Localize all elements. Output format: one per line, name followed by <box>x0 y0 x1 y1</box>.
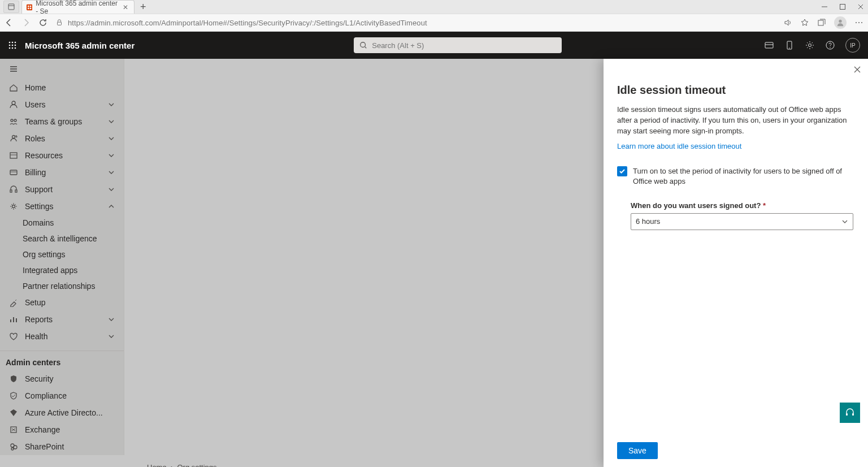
collections-icon[interactable] <box>817 18 826 27</box>
app-top-nav: Microsoft 365 admin center IP <box>0 32 868 59</box>
help-fab-button[interactable] <box>840 403 860 423</box>
settings-icon[interactable] <box>805 40 815 50</box>
svg-rect-3 <box>28 5 29 7</box>
headset-icon <box>845 408 855 418</box>
browser-back-button[interactable] <box>5 18 14 27</box>
modal-scrim[interactable] <box>0 59 604 467</box>
browser-profile-avatar[interactable] <box>834 16 847 29</box>
user-avatar[interactable]: IP <box>845 38 860 53</box>
svg-point-15 <box>858 22 860 23</box>
lock-icon <box>55 19 63 27</box>
tab-title: Microsoft 365 admin center - Se <box>36 0 118 15</box>
window-maximize-button[interactable] <box>839 3 847 11</box>
card-icon[interactable] <box>764 40 774 50</box>
window-minimize-button[interactable] <box>821 3 828 11</box>
favicon-icon <box>27 4 32 11</box>
read-aloud-icon[interactable] <box>783 18 792 27</box>
panel-description: Idle session timeout signs users automat… <box>617 105 854 137</box>
svg-rect-69 <box>852 413 854 416</box>
panel-learn-more-link[interactable]: Learn more about idle session timeout <box>617 142 741 150</box>
help-icon[interactable] <box>825 40 835 50</box>
new-tab-button[interactable]: + <box>137 1 150 13</box>
svg-point-22 <box>15 45 16 46</box>
tab-close-button[interactable]: ✕ <box>121 3 129 11</box>
main-stage: HomeUsersTeams & groupsRolesResourcesBil… <box>0 59 868 467</box>
mobile-icon[interactable] <box>784 40 795 50</box>
svg-rect-5 <box>28 7 29 9</box>
svg-rect-6 <box>30 7 32 9</box>
svg-point-19 <box>15 42 16 44</box>
svg-point-31 <box>789 47 790 49</box>
browser-chrome: Microsoft 365 admin center - Se ✕ + http… <box>0 0 868 32</box>
search-input[interactable] <box>372 41 556 50</box>
svg-rect-12 <box>818 20 823 25</box>
svg-point-13 <box>839 20 841 23</box>
svg-point-24 <box>12 47 14 49</box>
svg-rect-0 <box>8 4 14 10</box>
app-title[interactable]: Microsoft 365 admin center <box>25 41 134 50</box>
side-panel: Idle session timeout Idle session timeou… <box>604 59 868 467</box>
svg-point-26 <box>361 42 366 47</box>
signout-duration-select[interactable]: 6 hours <box>631 213 853 230</box>
save-button[interactable]: Save <box>617 442 658 459</box>
svg-point-16 <box>861 22 862 23</box>
checkbox-label: Turn on to set the period of inactivity … <box>633 166 854 187</box>
svg-point-18 <box>12 42 14 44</box>
browser-forward-button[interactable] <box>21 18 31 27</box>
favorites-icon[interactable] <box>800 18 809 27</box>
browser-menu-icon[interactable] <box>854 18 863 27</box>
chevron-down-icon <box>841 218 848 225</box>
svg-point-23 <box>9 47 11 49</box>
svg-rect-28 <box>765 42 773 48</box>
app-launcher-icon[interactable] <box>8 41 17 50</box>
svg-point-32 <box>809 44 811 47</box>
search-box[interactable] <box>354 37 562 53</box>
svg-line-27 <box>365 47 367 49</box>
svg-rect-11 <box>58 22 62 25</box>
svg-point-34 <box>830 47 830 47</box>
check-icon <box>619 168 626 175</box>
address-bar-url[interactable]: https://admin.microsoft.com/Adminportal/… <box>68 19 427 27</box>
browser-tab[interactable]: Microsoft 365 admin center - Se ✕ <box>21 0 134 14</box>
svg-rect-4 <box>30 5 32 7</box>
svg-rect-2 <box>27 4 32 10</box>
svg-point-20 <box>9 45 11 46</box>
signout-field-label: When do you want users signed out? * <box>631 201 854 210</box>
svg-point-14 <box>856 22 857 23</box>
tab-preview-icon[interactable] <box>3 1 19 13</box>
browser-refresh-button[interactable] <box>38 18 47 27</box>
svg-rect-68 <box>846 413 848 416</box>
window-close-button[interactable] <box>857 3 865 11</box>
svg-point-25 <box>15 47 16 49</box>
enable-timeout-checkbox[interactable] <box>617 166 627 176</box>
panel-title: Idle session timeout <box>617 84 854 97</box>
panel-close-button[interactable] <box>853 66 861 73</box>
svg-point-17 <box>9 42 11 44</box>
svg-rect-8 <box>840 5 845 10</box>
search-icon <box>359 41 367 49</box>
svg-point-21 <box>12 45 14 46</box>
